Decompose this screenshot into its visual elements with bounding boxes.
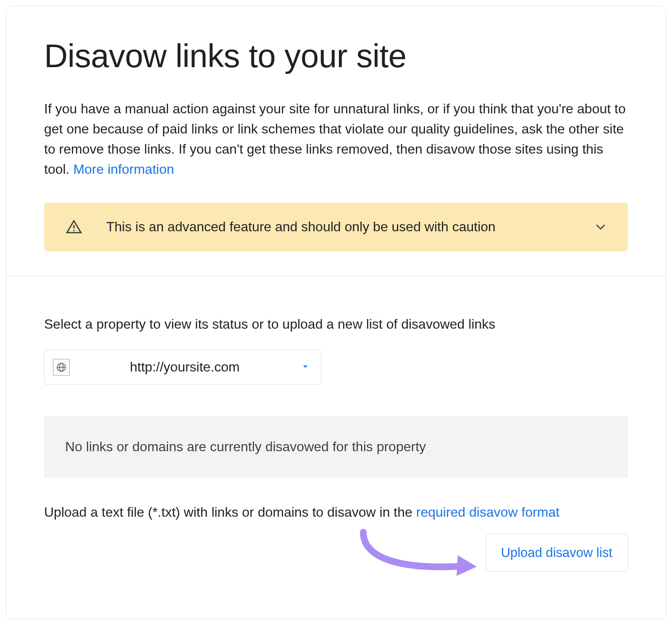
- intro-text: If you have a manual action against your…: [44, 99, 628, 179]
- upload-button-row: Upload disavow list: [44, 534, 628, 572]
- dropdown-caret-icon: [300, 361, 311, 374]
- bottom-section: Select a property to view its status or …: [6, 276, 666, 597]
- disavow-card: Disavow links to your site If you have a…: [6, 6, 666, 619]
- upload-prefix: Upload a text file (*.txt) with links or…: [44, 505, 416, 520]
- disavow-status-panel: No links or domains are currently disavo…: [44, 416, 628, 478]
- more-info-link[interactable]: More information: [73, 162, 174, 177]
- upload-instructions: Upload a text file (*.txt) with links or…: [44, 502, 628, 522]
- globe-icon: [53, 359, 70, 376]
- chevron-down-icon: [593, 220, 608, 234]
- top-section: Disavow links to your site If you have a…: [6, 6, 666, 276]
- svg-point-1: [73, 230, 74, 231]
- property-select-label: Select a property to view its status or …: [44, 316, 628, 332]
- upload-disavow-button[interactable]: Upload disavow list: [486, 534, 628, 572]
- status-text: No links or domains are currently disavo…: [65, 439, 426, 454]
- page-title: Disavow links to your site: [44, 38, 628, 74]
- alert-text: This is an advanced feature and should o…: [106, 219, 571, 235]
- warning-icon: [64, 219, 84, 235]
- required-format-link[interactable]: required disavow format: [416, 505, 559, 520]
- property-select[interactable]: http://yoursite.com: [44, 350, 321, 385]
- advanced-feature-banner[interactable]: This is an advanced feature and should o…: [44, 203, 628, 251]
- selected-property: http://yoursite.com: [77, 359, 292, 375]
